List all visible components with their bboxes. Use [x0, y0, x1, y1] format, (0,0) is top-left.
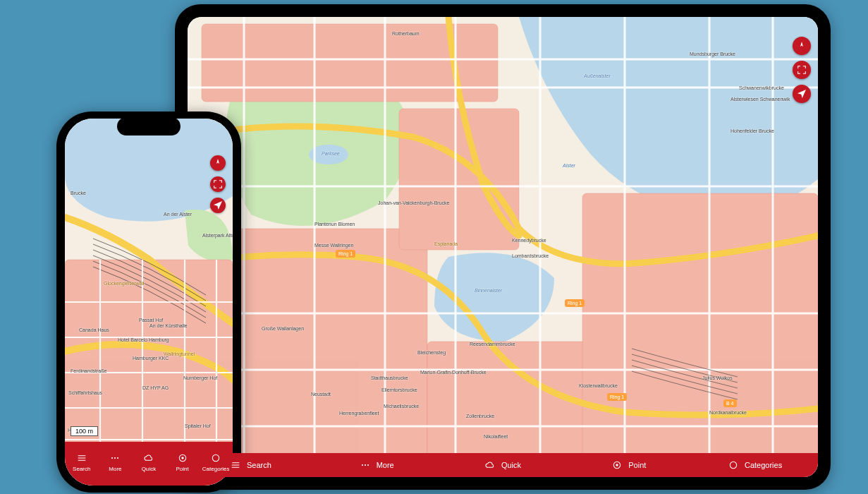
fullscreen-button[interactable] [210, 176, 226, 192]
ring-badge: Ring 1 [336, 250, 355, 258]
cloud-icon [143, 452, 154, 464]
svg-point-19 [117, 457, 118, 458]
ipad-screen: AußenalsterAlsterBinnenalsterParkseeRoth… [188, 17, 818, 477]
toolbar-label: Quick [142, 466, 156, 472]
toolbar-more[interactable]: More [314, 459, 440, 471]
svg-marker-7 [800, 42, 803, 47]
toolbar-label: Point [628, 461, 646, 469]
svg-rect-5 [582, 193, 818, 462]
toolbar-label: Categories [202, 466, 230, 472]
compass-button[interactable] [793, 37, 811, 55]
svg-point-10 [367, 464, 369, 466]
toolbar-label: Search [247, 461, 271, 469]
toolbar-search[interactable]: Search [65, 442, 99, 481]
iphone-toolbar: SearchMoreQuickPointCategories [65, 442, 233, 486]
dots-icon [360, 459, 371, 471]
ring-badge: Ring 1 [607, 393, 627, 401]
target-icon [611, 459, 623, 471]
ring-badge: Ring 1 [565, 299, 585, 307]
svg-point-13 [730, 462, 736, 468]
toolbar-categories[interactable]: Categories [692, 459, 818, 471]
toolbar-point[interactable]: Point [166, 442, 200, 481]
ring-badge: B 4 [723, 399, 737, 407]
iphone-screen: Canada HausPassat HofHotel Barcelo Hambu… [65, 119, 233, 486]
toolbar-label: Search [73, 466, 90, 472]
scale-bar: 100 m [71, 426, 98, 436]
target-icon [177, 452, 188, 464]
toolbar-quick[interactable]: Quick [440, 459, 566, 471]
fullscreen-button[interactable] [793, 61, 811, 79]
ipad-toolbar: SearchMoreQuickPointCategories [188, 453, 818, 477]
cloud-icon [484, 459, 496, 471]
circle-icon [728, 459, 739, 471]
dots-icon [109, 452, 121, 464]
menu-icon [76, 452, 87, 464]
circle-icon [210, 452, 221, 464]
svg-point-8 [362, 464, 363, 466]
svg-point-21 [181, 457, 183, 459]
toolbar-quick[interactable]: Quick [132, 442, 166, 481]
toolbar-label: More [109, 466, 121, 472]
ipad-frame: AußenalsterAlsterBinnenalsterParkseeRoth… [175, 4, 831, 490]
svg-point-17 [111, 457, 113, 458]
locate-button[interactable] [210, 198, 226, 213]
compass-button[interactable] [210, 155, 226, 171]
iphone-frame: Canada HausPassat HofHotel Barcelo Hambu… [56, 112, 241, 493]
svg-point-12 [616, 464, 618, 466]
ipad-map-canvas[interactable] [188, 17, 818, 477]
toolbar-label: Point [176, 466, 188, 472]
iphone-map-buttons [210, 155, 226, 213]
iphone-notch [117, 117, 181, 135]
locate-button[interactable] [793, 85, 811, 103]
toolbar-label: Categories [745, 461, 782, 469]
ipad-map-buttons [793, 37, 811, 103]
ipad-map[interactable]: AußenalsterAlsterBinnenalsterParkseeRoth… [188, 17, 818, 477]
svg-rect-6 [399, 109, 519, 250]
svg-point-22 [213, 454, 219, 461]
toolbar-label: More [377, 461, 394, 469]
svg-marker-16 [216, 159, 219, 164]
toolbar-label: Quick [501, 461, 521, 469]
toolbar-more[interactable]: More [99, 442, 133, 481]
svg-point-18 [114, 457, 116, 458]
svg-point-9 [365, 464, 366, 466]
toolbar-point[interactable]: Point [566, 459, 692, 471]
